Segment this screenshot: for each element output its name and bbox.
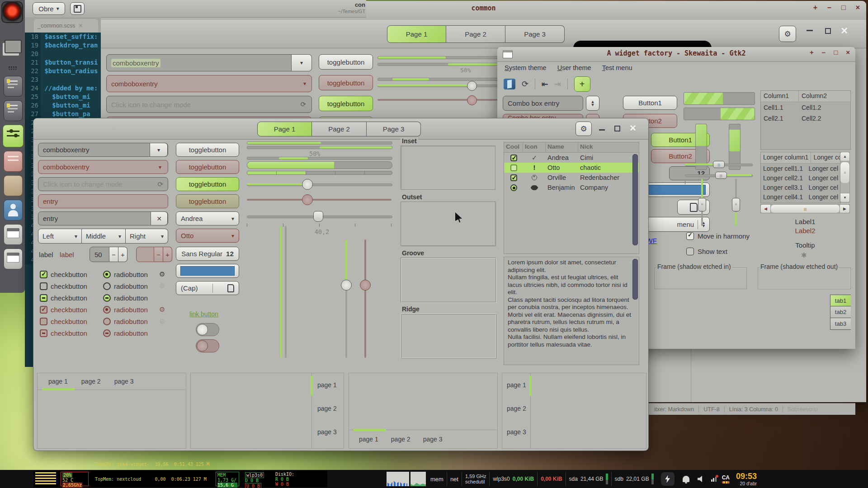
- radiobutton[interactable]: [103, 271, 111, 278]
- combo-right[interactable]: Right▾: [126, 229, 168, 244]
- bg-scale-1[interactable]: [377, 82, 499, 89]
- vscale-line-green[interactable]: [280, 226, 282, 358]
- save-button[interactable]: [70, 2, 85, 15]
- nb-tab-page3[interactable]: page 3: [312, 420, 344, 444]
- maximize-button[interactable]: □: [834, 48, 838, 56]
- refresh-icon[interactable]: ⟳: [300, 100, 306, 108]
- bg-tab-page3[interactable]: Page 3: [505, 25, 565, 43]
- menu-test-menu[interactable]: Test menu: [602, 64, 632, 71]
- open-button[interactable]: Obre▾: [33, 2, 65, 15]
- wifi-label[interactable]: wlp3s0: [493, 476, 509, 482]
- slider-handle[interactable]: |||: [713, 161, 725, 168]
- switch-knob[interactable]: [197, 324, 208, 335]
- disk2-label[interactable]: sdb: [615, 476, 623, 482]
- col-header-cool[interactable]: Cool: [504, 142, 523, 152]
- keyboard-layout[interactable]: CA: [722, 474, 730, 483]
- radiobutton[interactable]: [103, 294, 111, 302]
- dock-item-window2[interactable]: [4, 249, 23, 269]
- tab3[interactable]: tab3: [830, 318, 851, 330]
- radiobutton[interactable]: [103, 282, 111, 290]
- col-header[interactable]: Longer column1: [761, 152, 811, 163]
- dock-item-folder[interactable]: [4, 175, 23, 196]
- togglebutton-3[interactable]: togglebutton: [176, 177, 239, 191]
- gtk2-vscale-2[interactable]: ≡: [732, 179, 740, 226]
- spin-minus-button[interactable]: −: [109, 247, 118, 262]
- front-headerbar[interactable]: Page 1 Page 2 Page 3 ⚙ ✕: [33, 118, 648, 140]
- gtk2-hscale-1[interactable]: |||: [685, 161, 752, 168]
- tree-row[interactable]: Orville Redenbacher: [504, 173, 639, 183]
- scroll-right-icon[interactable]: ▶: [840, 205, 849, 213]
- nb-tab-page1[interactable]: page 1: [502, 373, 530, 397]
- net-graph[interactable]: [410, 472, 426, 486]
- front-close-button[interactable]: ✕: [629, 123, 637, 133]
- gtk2-vscrollbar[interactable]: ▲ ≡ ▼: [840, 152, 850, 202]
- dock-item-active-app[interactable]: [3, 125, 24, 147]
- col-header-nick[interactable]: Nick: [578, 142, 639, 152]
- nb-tab-page3[interactable]: page 3: [502, 420, 530, 444]
- spinbutton[interactable]: 50 − +: [90, 247, 127, 262]
- slider-handle[interactable]: |||: [715, 172, 727, 179]
- dock-item-script1[interactable]: [4, 76, 23, 97]
- gtk2-vscale-1[interactable]: ≡: [698, 179, 706, 226]
- dock-item-window1[interactable]: [4, 224, 23, 245]
- font-button[interactable]: Sans Regular12: [176, 247, 239, 261]
- bg-restore-button[interactable]: [825, 28, 831, 34]
- tab2[interactable]: tab2: [830, 306, 851, 318]
- scroll-left-icon[interactable]: ◀: [761, 205, 771, 213]
- window-stack-icon[interactable]: [5, 40, 22, 53]
- nb-tab-page1[interactable]: page 1: [359, 436, 378, 443]
- gtk2-combo-entry[interactable]: Combo box entry: [503, 96, 583, 111]
- entry-clearable[interactable]: entry ✕: [38, 211, 168, 225]
- editor-tab[interactable]: _common.scss ✕: [34, 19, 98, 33]
- col-header[interactable]: Column1: [761, 91, 799, 102]
- gear-icon[interactable]: ⚙: [159, 282, 165, 290]
- close-button[interactable]: ×: [846, 48, 850, 56]
- slider-handle[interactable]: [313, 211, 323, 222]
- dock-item-user[interactable]: [4, 200, 23, 221]
- bg-mode-entry[interactable]: Click icon to change mode ⟳: [106, 96, 312, 113]
- pin-button[interactable]: +: [810, 48, 814, 56]
- tree-row[interactable]: Benjamin Company: [504, 183, 639, 192]
- front-tab-page1[interactable]: Page 1: [257, 122, 312, 136]
- pin-button[interactable]: +: [813, 4, 817, 12]
- gtk2-titlebar[interactable]: A widget factory - Skewaita - Gtk2 +–□×: [497, 47, 855, 62]
- nb-tab-page3[interactable]: page 3: [423, 436, 443, 443]
- nb-tab-page2[interactable]: page 2: [391, 436, 410, 443]
- tree-row-selected[interactable]: ! Otto chaotic: [504, 163, 639, 173]
- gear-icon[interactable]: ⚙: [159, 317, 165, 325]
- gear-icon[interactable]: ⚙: [159, 305, 165, 314]
- front-restore-button[interactable]: [614, 126, 620, 131]
- gtk2-table2[interactable]: Longer column1 Longer col Longer cell1.1…: [760, 152, 841, 203]
- skip-start-icon[interactable]: ⇤: [542, 80, 548, 89]
- net-label[interactable]: net: [450, 476, 458, 483]
- front-tab-page3[interactable]: Page 3: [367, 122, 421, 136]
- volume-icon[interactable]: [698, 476, 705, 482]
- mem-graph[interactable]: [387, 472, 409, 486]
- bg-tab-page2[interactable]: Page 2: [446, 25, 505, 43]
- minimize-button[interactable]: –: [822, 48, 826, 56]
- nb-tab-page3[interactable]: page 3: [114, 378, 134, 385]
- gtk2-table1[interactable]: Column1 Column2 Cell1.1Cell1.2 Cell2.1Ce…: [760, 90, 851, 150]
- checkbutton[interactable]: [40, 294, 47, 302]
- bg-minimize-button[interactable]: [807, 30, 813, 31]
- slider-handle[interactable]: [467, 81, 477, 91]
- bg-tab-page1[interactable]: Page 1: [387, 25, 446, 43]
- dock-item-script2[interactable]: [4, 100, 23, 121]
- col-header[interactable]: Longer col: [811, 152, 841, 163]
- network-icon[interactable]: [711, 477, 717, 482]
- gtk2-check-showtext[interactable]: Show text: [686, 248, 727, 255]
- color-button[interactable]: [176, 264, 239, 278]
- togglebutton-1[interactable]: togglebutton: [176, 143, 239, 157]
- menu-user-theme[interactable]: User theme: [557, 64, 591, 71]
- scroll-down-icon[interactable]: ▼: [840, 193, 849, 202]
- front-minimize-button[interactable]: [599, 129, 605, 131]
- maximize-button[interactable]: □: [841, 4, 846, 12]
- bg-headerbar[interactable]: Page 1 Page 2 Page 3 ⚙ ✕: [101, 20, 866, 48]
- notification-bell-icon[interactable]: [683, 476, 689, 482]
- file-chooser-button[interactable]: (Cap): [176, 281, 239, 295]
- add-button[interactable]: +: [574, 76, 590, 92]
- refresh-icon[interactable]: ⟳: [157, 180, 163, 188]
- hscale-3-marks[interactable]: [247, 211, 392, 227]
- treeview[interactable]: Cool Icon Name Nick ✓ Andrea Cimi ! Otto…: [504, 142, 639, 254]
- vscale-handle-1[interactable]: [341, 239, 352, 358]
